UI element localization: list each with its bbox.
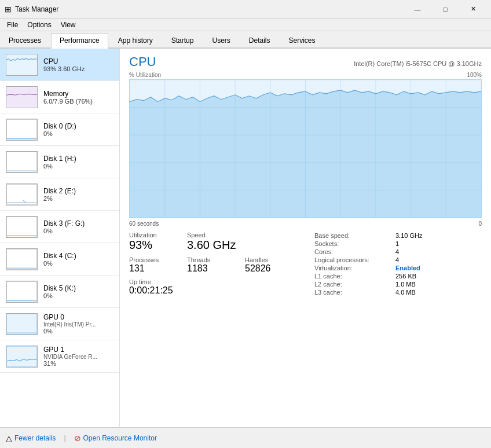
logical-label: Logical processors: (314, 256, 395, 264)
l3-label: L3 cache: (314, 288, 395, 296)
sidebar-item-disk5[interactable]: Disk 5 (K:) 0% (0, 276, 119, 308)
uptime-label: Up time (129, 278, 291, 285)
fewer-details-link[interactable]: Fewer details (14, 434, 56, 442)
tab-processes[interactable]: Processes (0, 33, 50, 47)
chart-time-left: 60 seconds (129, 221, 159, 227)
window-controls: — □ ✕ (404, 0, 486, 19)
disk2-name: Disk 2 (E:) (43, 187, 76, 195)
disk3-info: Disk 3 (F: G:) 0% (43, 219, 85, 234)
tab-app-history[interactable]: App history (109, 33, 162, 47)
tab-users[interactable]: Users (203, 33, 239, 47)
chart-time-right: 0 (478, 221, 482, 227)
disk4-info: Disk 4 (C:) 0% (43, 252, 76, 267)
panel-header: CPU Intel(R) Core(TM) i5-5675C CPU @ 3.1… (129, 54, 482, 69)
disk4-value: 0% (43, 260, 76, 267)
threads-label: Threads (187, 256, 233, 263)
sidebar-item-gpu0[interactable]: GPU 0 Intel(R) Iris(TM) Pr... 0% (0, 308, 119, 340)
disk4-name: Disk 4 (C:) (43, 252, 76, 260)
panel-subtitle: Intel(R) Core(TM) i5-5675C CPU @ 3.10GHz (354, 60, 482, 67)
main-content: CPU 93% 3.60 GHz Memory 6.0/7.9 GB (76%) (0, 49, 491, 427)
info-row-l1: L1 cache: 256 KB (314, 272, 482, 280)
tab-details[interactable]: Details (240, 33, 279, 47)
basespeed-value: 3.10 GHz (395, 232, 482, 240)
chart-time-labels: 60 seconds 0 (129, 221, 482, 227)
memory-value: 6.0/7.9 GB (76%) (43, 98, 93, 105)
cpu-chart (129, 79, 482, 218)
minimize-button[interactable]: — (404, 0, 431, 19)
open-resource-monitor-link[interactable]: Open Resource Monitor (83, 434, 157, 442)
cores-value: 4 (395, 248, 482, 256)
maximize-button[interactable]: □ (432, 0, 459, 19)
menu-file[interactable]: File (2, 20, 23, 30)
resource-monitor-icon: ⊘ (74, 434, 81, 443)
open-resource-monitor-container: ⊘ Open Resource Monitor (74, 434, 157, 443)
menu-view[interactable]: View (56, 20, 80, 30)
handles-value: 52826 (245, 263, 291, 274)
info-row-l3: L3 cache: 4.0 MB (314, 288, 482, 296)
memory-info: Memory 6.0/7.9 GB (76%) (43, 90, 93, 105)
stats-grid-top: Utilization 93% Speed 3.60 GHz (129, 232, 291, 252)
info-table: Base speed: 3.10 GHz Sockets: 1 Cores: 4… (314, 232, 482, 296)
l2-value: 1.0 MB (395, 280, 482, 288)
disk3-mini-graph (6, 216, 38, 238)
gpu0-mini-graph (6, 313, 38, 335)
disk2-value: 2% (43, 195, 76, 202)
sidebar-item-disk4[interactable]: Disk 4 (C:) 0% (0, 243, 119, 276)
app-title: Task Manager (15, 5, 58, 13)
bottom-separator: | (64, 434, 65, 442)
virtualization-value: Enabled (395, 264, 482, 272)
sidebar-item-disk2[interactable]: Disk 2 (E:) 2% (0, 178, 119, 211)
disk2-info: Disk 2 (E:) 2% (43, 187, 76, 202)
tab-bar: Processes Performance App history Startu… (0, 31, 491, 49)
info-row-virtualization: Virtualization: Enabled (314, 264, 482, 272)
fewer-details-container: △ Fewer details (6, 434, 56, 443)
processes-label: Processes (129, 256, 175, 263)
tab-performance[interactable]: Performance (51, 33, 108, 49)
gpu1-info: GPU 1 NVIDIA GeForce R... 31% (43, 346, 97, 367)
basespeed-label: Base speed: (314, 232, 395, 240)
logical-value: 4 (395, 256, 482, 264)
sidebar-item-cpu[interactable]: CPU 93% 3.60 GHz (0, 49, 119, 81)
cpu-value: 93% 3.60 GHz (43, 65, 85, 72)
cpu-info: CPU 93% 3.60 GHz (43, 57, 85, 72)
disk1-name: Disk 1 (H:) (43, 155, 76, 163)
disk5-name: Disk 5 (K:) (43, 284, 76, 292)
stats-right: Base speed: 3.10 GHz Sockets: 1 Cores: 4… (314, 232, 482, 296)
chart-y-label: % Utilization (129, 72, 161, 78)
sidebar-item-disk3[interactable]: Disk 3 (F: G:) 0% (0, 211, 119, 243)
bottom-bar: △ Fewer details | ⊘ Open Resource Monito… (0, 427, 491, 448)
cpu-name: CPU (43, 57, 85, 65)
gpu1-mini-graph (6, 346, 38, 368)
fewer-details-icon: △ (6, 434, 12, 443)
stats-left: Utilization 93% Speed 3.60 GHz Processes… (129, 232, 291, 296)
info-row-basespeed: Base speed: 3.10 GHz (314, 232, 482, 240)
svg-marker-23 (130, 90, 481, 218)
sidebar-item-disk1[interactable]: Disk 1 (H:) 0% (0, 146, 119, 178)
info-row-sockets: Sockets: 1 (314, 240, 482, 248)
processes-value: 131 (129, 263, 175, 274)
disk5-value: 0% (43, 292, 76, 299)
speed-value: 3.60 GHz (187, 238, 236, 252)
disk3-name: Disk 3 (F: G:) (43, 219, 85, 227)
tab-startup[interactable]: Startup (163, 33, 203, 47)
gpu0-name: GPU 0 (43, 313, 96, 321)
utilization-label: Utilization (129, 232, 175, 238)
info-row-l2: L2 cache: 1.0 MB (314, 280, 482, 288)
stat-handles: Handles 52826 (245, 256, 291, 274)
disk0-value: 0% (43, 130, 76, 137)
disk1-info: Disk 1 (H:) 0% (43, 155, 76, 170)
chart-axis-labels: % Utilization 100% (129, 72, 482, 78)
sidebar-item-memory[interactable]: Memory 6.0/7.9 GB (76%) (0, 81, 119, 113)
handles-label: Handles (245, 256, 291, 263)
stats-grid-bottom: Processes 131 Threads 1183 Handles 52826 (129, 256, 291, 274)
sidebar-item-gpu1[interactable]: GPU 1 NVIDIA GeForce R... 31% (0, 340, 119, 373)
panel-title: CPU (129, 54, 156, 69)
close-button[interactable]: ✕ (460, 0, 486, 19)
l1-value: 256 KB (395, 272, 482, 280)
menu-options[interactable]: Options (23, 20, 56, 30)
sidebar-item-disk0[interactable]: Disk 0 (D:) 0% (0, 113, 119, 146)
tab-services[interactable]: Services (280, 33, 324, 47)
utilization-value: 93% (129, 238, 175, 252)
gpu0-info: GPU 0 Intel(R) Iris(TM) Pr... 0% (43, 313, 96, 335)
gpu1-name: GPU 1 (43, 346, 97, 354)
